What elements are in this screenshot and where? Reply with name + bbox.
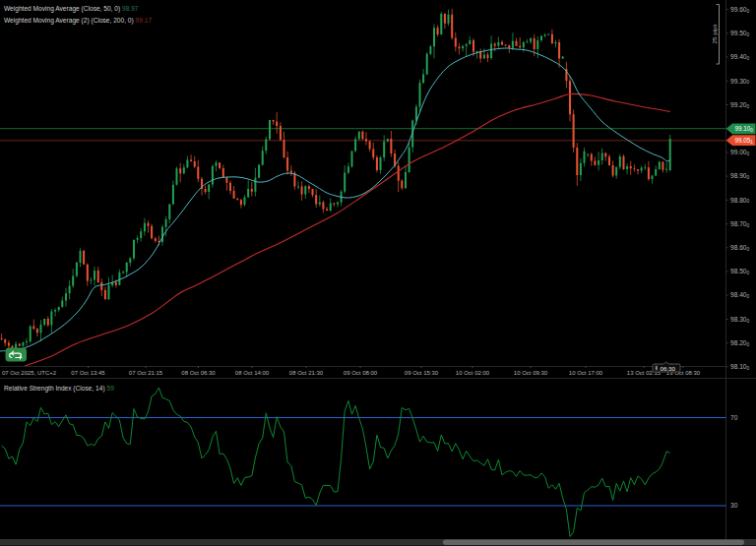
svg-text:09 Oct 08:00: 09 Oct 08:00 xyxy=(344,370,378,376)
svg-text:70: 70 xyxy=(730,414,738,421)
svg-text:25 pips: 25 pips xyxy=(711,25,718,44)
svg-text:07 Oct 2025, UTC+2: 07 Oct 2025, UTC+2 xyxy=(2,370,57,376)
svg-text:10 Oct 09:30: 10 Oct 09:30 xyxy=(514,370,548,376)
svg-text:07 Oct 21:15: 07 Oct 21:15 xyxy=(129,370,163,376)
svg-text:10 Oct 17:00: 10 Oct 17:00 xyxy=(569,370,603,376)
svg-text:07 Oct 13:45: 07 Oct 13:45 xyxy=(71,370,105,376)
svg-text:06:30: 06:30 xyxy=(661,365,676,372)
svg-text:08 Oct 06:30: 08 Oct 06:30 xyxy=(181,370,216,376)
svg-text:10 Oct 02:00: 10 Oct 02:00 xyxy=(456,370,490,376)
svg-text:30: 30 xyxy=(730,502,738,509)
svg-text:Weighted Moving Average (2) (C: Weighted Moving Average (2) (Close, 200,… xyxy=(4,17,152,25)
svg-text:Relative Strength Index (Close: Relative Strength Index (Close, 14) 59 xyxy=(4,385,114,393)
svg-text:09 Oct 15:30: 09 Oct 15:30 xyxy=(405,370,439,376)
svg-text:08 Oct 14:00: 08 Oct 14:00 xyxy=(235,370,270,376)
svg-text:08 Oct 21:30: 08 Oct 21:30 xyxy=(289,370,324,376)
svg-text:Weighted Moving Average (Close: Weighted Moving Average (Close, 50, 0) 9… xyxy=(4,5,139,13)
